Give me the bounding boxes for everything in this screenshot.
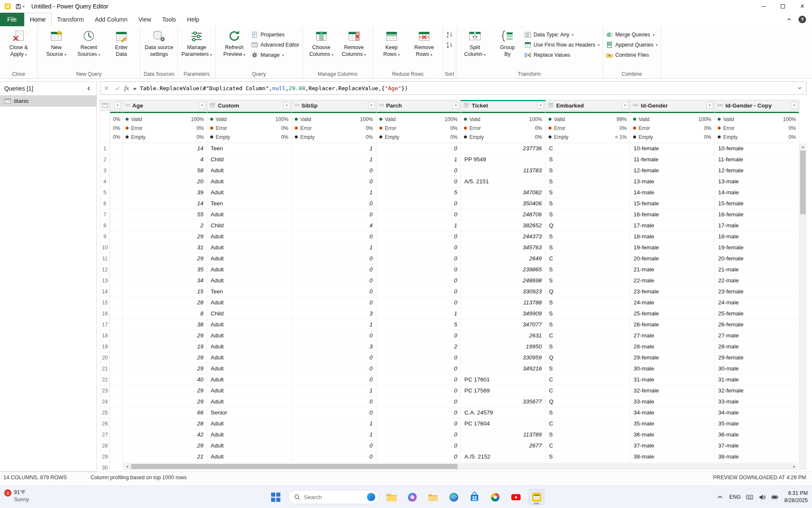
cell[interactable]: 20-female [715, 253, 799, 264]
filter-icon[interactable]: ▾ [622, 102, 628, 109]
cell[interactable]: 0 [376, 385, 461, 396]
cell[interactable]: 1 [292, 242, 376, 253]
save-icon[interactable] [15, 3, 22, 10]
horizontal-scrollbar-thumb[interactable] [131, 464, 458, 469]
cell[interactable]: Adult [207, 418, 292, 429]
ribbon-button-sort-ascending[interactable]: AZ [446, 31, 453, 38]
cell[interactable]: 29 [123, 330, 207, 341]
cell[interactable]: 12-female [630, 165, 715, 176]
ribbon-button-manage[interactable]: Manage▾ [251, 52, 299, 58]
cell[interactable]: 0 [376, 407, 461, 418]
cell[interactable]: 19 [123, 341, 207, 352]
cell[interactable]: 15 [123, 286, 207, 297]
cell[interactable]: 113789 [461, 429, 546, 440]
row-number[interactable]: 2 [100, 154, 110, 165]
cell[interactable]: Child [207, 220, 292, 231]
speaker-icon[interactable] [759, 494, 766, 501]
minimize-button[interactable] [754, 0, 773, 13]
cell[interactable]: S [546, 264, 630, 275]
cell[interactable]: PC 17604 [461, 418, 546, 429]
cell[interactable]: 239865 [461, 264, 546, 275]
cell[interactable]: 37-male [630, 440, 715, 451]
column-header-id-gender-copy[interactable]: ABCId-Gender - Copy▾ [715, 100, 799, 111]
cell[interactable]: 35-male [715, 418, 799, 429]
cell[interactable]: S [546, 154, 630, 165]
row-number[interactable]: 6 [100, 198, 110, 209]
tab-tools[interactable]: Tools [156, 13, 181, 26]
cell[interactable]: 19950 [461, 341, 546, 352]
ribbon-button-remove-columns[interactable]: RemoveColumns ▾ [338, 28, 370, 58]
cell[interactable]: 0 [376, 176, 461, 187]
ribbon-button-new-source[interactable]: NewSource ▾ [41, 28, 72, 58]
cell[interactable]: Adult [207, 352, 292, 363]
row-number[interactable]: 10 [100, 242, 110, 253]
cell[interactable]: 11-female [630, 154, 715, 165]
expand-formula-button[interactable] [793, 82, 806, 94]
scroll-right-button[interactable] [791, 463, 798, 470]
ribbon-button-data-type[interactable]: ABC123Data Type: Any▾ [524, 31, 600, 38]
cell[interactable]: 29 [123, 385, 207, 396]
cell[interactable]: 24-male [715, 297, 799, 308]
cell[interactable]: A./5. 2152 [461, 451, 546, 462]
row-number[interactable]: 14 [100, 286, 110, 297]
ribbon-button-properties[interactable]: Properties [251, 31, 299, 38]
cell[interactable]: 35 [123, 264, 207, 275]
ribbon-button-remove-rows[interactable]: RemoveRows ▾ [409, 28, 440, 58]
cell[interactable]: 0 [376, 374, 461, 385]
taskbar-power-query[interactable] [529, 489, 545, 505]
keyboard-icon[interactable] [746, 494, 753, 501]
cell[interactable]: 34 [123, 275, 207, 286]
ribbon-button-recent-sources[interactable]: RecentSources ▾ [73, 28, 104, 58]
ribbon-button-combine-files[interactable]: Combine Files [606, 52, 658, 58]
cell[interactable]: 21-male [630, 264, 715, 275]
row-number[interactable]: 3 [100, 165, 110, 176]
cell[interactable]: PC 17569 [461, 385, 546, 396]
cell[interactable]: 16-female [630, 209, 715, 220]
cell[interactable]: 2 [123, 220, 207, 231]
ribbon-button-close-and-apply[interactable]: Close &Apply ▾ [3, 28, 34, 58]
row-number[interactable]: 25 [100, 407, 110, 418]
cell[interactable]: 22-male [715, 275, 799, 286]
cell[interactable]: 347077 [461, 319, 546, 330]
row-number[interactable]: 30 [100, 462, 110, 471]
cell[interactable]: S [546, 275, 630, 286]
close-button[interactable]: × [793, 0, 812, 13]
cell[interactable]: 32-female [630, 385, 715, 396]
cell[interactable]: 349909 [461, 308, 546, 319]
row-number[interactable]: 24 [100, 396, 110, 407]
cell[interactable]: 0 [376, 264, 461, 275]
cell[interactable]: 0 [376, 363, 461, 374]
cell[interactable]: 26-female [715, 319, 799, 330]
cell[interactable]: 1 [292, 187, 376, 198]
vertical-scrollbar[interactable] [799, 144, 807, 470]
row-number[interactable]: 15 [100, 297, 110, 308]
cell[interactable]: 345763 [461, 242, 546, 253]
cell[interactable]: 0 [376, 275, 461, 286]
ribbon-button-advanced-editor[interactable]: </>Advanced Editor [251, 41, 299, 48]
tab-view[interactable]: View [133, 13, 156, 26]
cell[interactable]: 0 [292, 451, 376, 462]
row-number[interactable]: 20 [100, 352, 110, 363]
language-indicator[interactable]: ENG [729, 494, 741, 500]
cell[interactable]: Adult [207, 319, 292, 330]
cell[interactable]: 2649 [461, 253, 546, 264]
cell[interactable]: 0 [292, 297, 376, 308]
cell[interactable]: 4 [292, 220, 376, 231]
cell[interactable]: 0 [292, 253, 376, 264]
cell[interactable]: S [546, 198, 630, 209]
cell[interactable]: 1 [292, 429, 376, 440]
cell[interactable]: 0 [292, 330, 376, 341]
cell[interactable]: C [546, 385, 630, 396]
row-number[interactable]: 16 [100, 308, 110, 319]
cell[interactable]: 1 [292, 143, 376, 154]
cell[interactable]: 31-male [715, 374, 799, 385]
ribbon-button-data-source-settings[interactable]: Data sourcesettings [143, 28, 175, 58]
scroll-left-button[interactable] [123, 463, 130, 470]
cell[interactable]: 15-female [715, 198, 799, 209]
tab-add-column[interactable]: Add Column [89, 13, 133, 26]
cell[interactable]: S [546, 209, 630, 220]
cell[interactable]: 0 [376, 352, 461, 363]
cell[interactable]: 22-male [630, 275, 715, 286]
cell[interactable]: 0 [292, 275, 376, 286]
cell[interactable]: 349216 [461, 363, 546, 374]
